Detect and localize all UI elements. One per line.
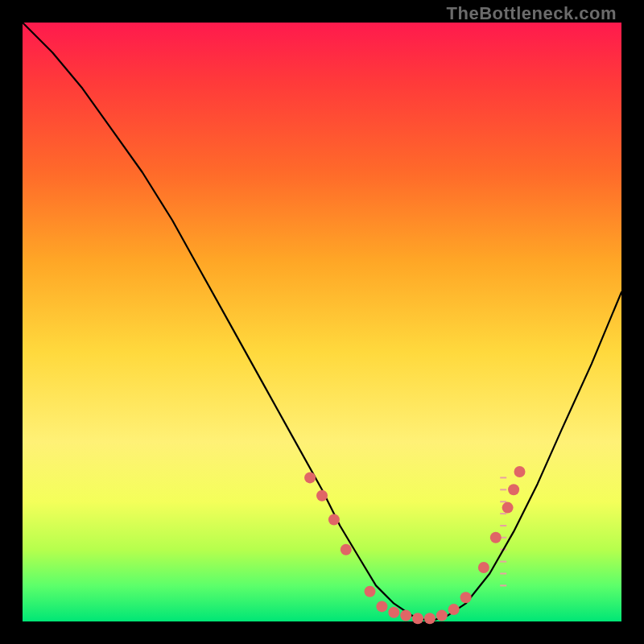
data-marker [478,562,489,573]
data-marker [376,601,387,612]
data-marker [514,466,526,477]
data-marker [400,610,411,621]
markers-group [304,466,525,624]
chart-frame: TheBottleneck.com [0,0,644,644]
data-marker [508,484,519,495]
right-ticks-group [500,477,506,585]
data-marker [304,472,316,483]
data-marker [490,532,502,543]
data-marker [460,592,472,603]
data-marker [316,490,328,502]
data-marker [448,604,460,615]
data-marker [412,613,423,624]
data-marker [502,502,514,514]
chart-svg [23,23,621,621]
data-marker [436,610,448,621]
data-marker [424,613,436,624]
data-marker [388,607,399,618]
data-marker [328,514,340,526]
data-marker [341,544,352,555]
data-marker [365,586,376,597]
bottleneck-curve [23,23,621,621]
attribution-text: TheBottleneck.com [447,3,617,24]
